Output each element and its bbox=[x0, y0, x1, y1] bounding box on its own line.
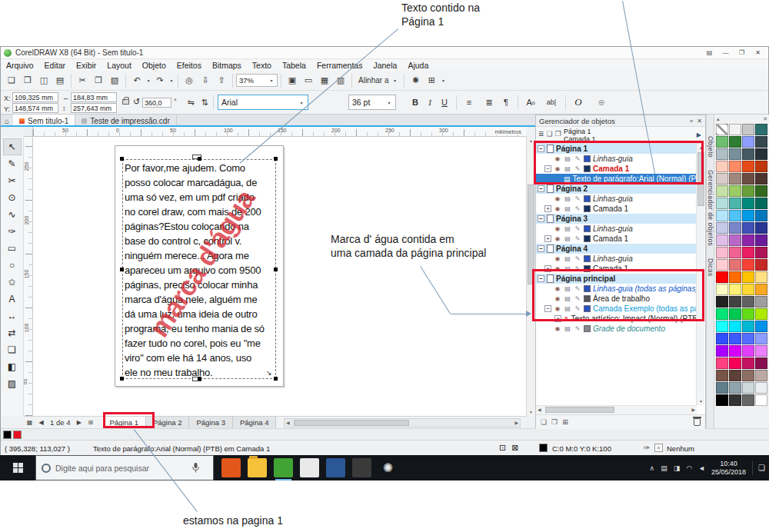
fullscreen-preview-icon[interactable]: ▣ bbox=[285, 73, 300, 88]
edit-text-button[interactable]: ab| bbox=[542, 95, 561, 110]
color-swatch[interactable] bbox=[729, 370, 741, 381]
new-master-layer-all-pages-icon[interactable]: ⊞ bbox=[562, 418, 568, 426]
color-swatch[interactable] bbox=[755, 333, 767, 344]
printable-icon[interactable]: ▤ bbox=[564, 225, 571, 232]
previous-page-button[interactable]: ◀ bbox=[35, 419, 47, 426]
color-swatch[interactable] bbox=[729, 161, 741, 172]
transparency-tool[interactable]: ◧ bbox=[3, 358, 22, 375]
color-swatch[interactable] bbox=[755, 210, 767, 221]
color-swatch[interactable] bbox=[716, 296, 728, 308]
printable-icon[interactable]: ▤ bbox=[564, 235, 571, 242]
menu-item-arquivo[interactable]: Arquivo bbox=[1, 59, 39, 71]
color-swatch[interactable] bbox=[729, 210, 741, 221]
settings-gear[interactable]: ✺ bbox=[378, 458, 398, 477]
page-tab-p-gina-3[interactable]: Página 3 bbox=[189, 417, 233, 428]
y-position-field[interactable]: 148,574 mm bbox=[12, 103, 58, 113]
color-swatch[interactable] bbox=[729, 124, 741, 135]
docker-close-icon[interactable]: ✕ bbox=[697, 118, 702, 125]
page-tab-p-gina-4[interactable]: Página 4 bbox=[233, 417, 277, 428]
drawing-canvas[interactable]: Por favor,me ajudem. Como posso colocar … bbox=[33, 137, 526, 416]
delete-trash-icon[interactable] bbox=[694, 418, 701, 426]
color-swatch[interactable] bbox=[716, 185, 728, 197]
color-swatch[interactable] bbox=[729, 247, 741, 258]
search-input[interactable] bbox=[55, 464, 188, 473]
edit-pencil-icon[interactable]: ✎ bbox=[574, 225, 581, 232]
color-swatch[interactable] bbox=[729, 222, 741, 234]
menu-item-bitmaps[interactable]: Bitmaps bbox=[207, 59, 247, 71]
start-button[interactable] bbox=[0, 455, 35, 480]
minimize-button[interactable]: — bbox=[718, 48, 733, 58]
color-swatch[interactable] bbox=[729, 284, 741, 295]
color-swatch[interactable] bbox=[729, 234, 741, 246]
collapse-minus-icon[interactable]: − bbox=[538, 215, 544, 222]
color-swatch[interactable] bbox=[729, 382, 741, 394]
connector-tool[interactable]: ⇄ bbox=[3, 324, 22, 341]
edit-pencil-icon[interactable]: ✎ bbox=[574, 255, 581, 262]
color-swatch[interactable] bbox=[729, 198, 741, 209]
color-swatch[interactable] bbox=[755, 234, 767, 246]
color-swatch[interactable] bbox=[755, 185, 767, 197]
color-swatch[interactable] bbox=[716, 124, 728, 135]
color-swatch[interactable] bbox=[742, 382, 754, 394]
color-swatch[interactable] bbox=[716, 222, 728, 234]
flyout-arrow-icon[interactable]: ▶ bbox=[697, 131, 701, 138]
collapse-minus-icon[interactable]: − bbox=[538, 245, 544, 252]
selection-handle[interactable] bbox=[274, 268, 278, 271]
text-tool[interactable]: A bbox=[3, 291, 22, 308]
tree-row-p-gina-4[interactable]: −Página 4 bbox=[536, 244, 697, 254]
color-swatch[interactable] bbox=[742, 210, 754, 221]
color-swatch[interactable] bbox=[742, 357, 754, 369]
color-swatch[interactable] bbox=[755, 173, 767, 185]
color-swatch[interactable] bbox=[755, 357, 767, 369]
color-swatch[interactable] bbox=[742, 333, 754, 344]
visibility-eye-icon[interactable]: ◉ bbox=[554, 195, 561, 202]
italic-button[interactable]: I bbox=[423, 95, 437, 110]
menu-item-exibir[interactable]: Exibir bbox=[71, 59, 102, 71]
new-master-layer-icon[interactable]: ❐ bbox=[551, 418, 558, 426]
color-swatch[interactable] bbox=[742, 124, 754, 135]
selection-handle[interactable] bbox=[120, 157, 124, 161]
color-swatch[interactable] bbox=[755, 382, 767, 394]
lock-ratio-icon[interactable] bbox=[122, 99, 129, 105]
paste-icon[interactable]: ▧ bbox=[107, 73, 122, 88]
edit-pencil-icon[interactable]: ✎ bbox=[574, 205, 581, 212]
cut-icon[interactable]: ✂ bbox=[75, 73, 90, 88]
scroll-left-icon[interactable]: ◀ bbox=[286, 419, 290, 427]
color-swatch[interactable] bbox=[716, 173, 728, 185]
scroll-right-icon[interactable]: ▶ bbox=[514, 419, 518, 427]
pick-tool[interactable]: ↖ bbox=[3, 138, 22, 155]
canvas-horizontal-scrollbar[interactable]: ◀ ▶ bbox=[284, 418, 521, 427]
bulleted-list-button[interactable]: ≣ bbox=[482, 95, 496, 110]
tree-row-linhas-guia[interactable]: +◉▤✎Linhas-guia bbox=[536, 194, 697, 204]
printable-icon[interactable]: ▤ bbox=[564, 205, 571, 212]
color-swatch[interactable] bbox=[716, 198, 728, 209]
search-content-icon[interactable]: ◎ bbox=[181, 73, 197, 88]
palette-scroll-up-icon[interactable]: ▴ bbox=[717, 116, 720, 122]
scrollbar-thumb[interactable] bbox=[545, 407, 614, 413]
snap-to-dropdown[interactable]: Alinhar a▾ bbox=[355, 74, 401, 88]
color-swatch[interactable] bbox=[716, 333, 728, 344]
zoom-level-select[interactable]: 37%▾ bbox=[236, 74, 278, 87]
color-swatch[interactable] bbox=[755, 136, 767, 148]
scroll-right-icon[interactable]: ▶ bbox=[691, 406, 695, 414]
color-swatch[interactable] bbox=[716, 148, 728, 160]
menu-item-ajuda[interactable]: Ajuda bbox=[402, 59, 434, 71]
open-icon[interactable]: ❒ bbox=[20, 73, 35, 88]
tree-row-camada-1[interactable]: +◉▤✎Camada 1 bbox=[536, 234, 697, 244]
outline-color-swatch[interactable]: ✕ bbox=[654, 444, 663, 452]
options-gear-icon[interactable]: ✺ bbox=[408, 73, 423, 88]
color-swatch[interactable] bbox=[716, 357, 728, 369]
color-swatch[interactable] bbox=[742, 321, 754, 332]
color-swatch[interactable] bbox=[716, 394, 728, 406]
app-light[interactable] bbox=[300, 458, 319, 477]
export-icon[interactable]: ⇧ bbox=[214, 73, 229, 88]
ellipse-tool[interactable]: ○ bbox=[3, 257, 22, 274]
color-swatch[interactable] bbox=[755, 148, 767, 160]
color-swatch[interactable] bbox=[716, 136, 728, 148]
document-tab-sem-titulo-1[interactable]: Sem titulo-1 bbox=[13, 115, 75, 127]
color-swatch[interactable] bbox=[755, 321, 767, 332]
taskbar-search[interactable] bbox=[35, 455, 214, 480]
more-options-icon[interactable]: ⊕ bbox=[594, 95, 608, 110]
home-tab-icon[interactable]: ⌂ bbox=[1, 115, 13, 126]
menu-item-tabela[interactable]: Tabela bbox=[277, 59, 311, 71]
